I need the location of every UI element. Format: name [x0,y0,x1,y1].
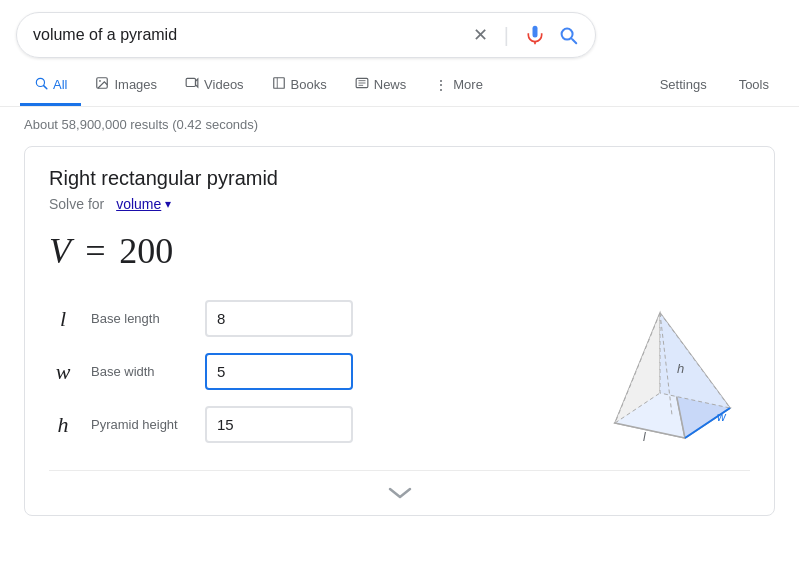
calc-inputs-area: l Base length w Base width h Pyramid hei… [49,300,750,450]
pyramid-height-label: Pyramid height [91,417,191,432]
chevron-down-icon [386,485,414,501]
base-width-label: Base width [91,364,191,379]
solve-for-variable[interactable]: volume [116,196,161,212]
settings-label: Settings [660,77,707,92]
base-length-label: Base length [91,311,191,326]
search-container: ✕ | [0,0,799,58]
base-length-symbol: l [49,306,77,332]
clear-icon[interactable]: ✕ [473,24,488,46]
tab-books-label: Books [291,77,327,92]
tab-more[interactable]: ⋮ More [420,67,497,106]
solve-for-prefix: Solve for [49,196,104,212]
news-icon [355,76,369,93]
tab-videos[interactable]: Videos [171,66,258,106]
formula-equals: = [83,230,107,272]
more-icon: ⋮ [434,77,448,93]
tab-news-label: News [374,77,407,92]
svg-text:h: h [677,361,684,376]
calc-inputs: l Base length w Base width h Pyramid hei… [49,300,530,443]
calc-title: Right rectangular pyramid [49,167,750,190]
tab-more-label: More [453,77,483,92]
settings-tools-group: Settings Tools [646,67,799,105]
solve-for: Solve for volume ▾ [49,196,750,212]
pyramid-height-row: h Pyramid height [49,406,530,443]
search-input[interactable] [33,26,473,44]
settings-link[interactable]: Settings [646,67,721,105]
tab-news[interactable]: News [341,66,421,106]
books-icon [272,76,286,93]
pyramid-svg: h l w [555,293,745,448]
tab-all-label: All [53,77,67,92]
tab-videos-label: Videos [204,77,244,92]
tab-images[interactable]: Images [81,66,171,106]
images-icon [95,76,109,93]
svg-text:l: l [643,430,646,444]
show-more-chevron[interactable] [49,470,750,515]
all-icon [34,76,48,93]
voice-icon[interactable] [525,23,545,47]
svg-marker-5 [196,79,198,87]
tab-all[interactable]: All [20,66,81,106]
base-length-row: l Base length [49,300,530,337]
calculator-card: Right rectangular pyramid Solve for volu… [24,146,775,516]
base-width-symbol: w [49,359,77,385]
svg-line-1 [44,86,47,89]
pyramid-illustration: h l w [550,290,750,450]
formula-value: 200 [119,230,173,272]
tools-label: Tools [739,77,769,92]
base-width-input[interactable] [205,353,353,390]
results-count: About 58,900,000 results (0.42 seconds) [0,107,799,142]
base-length-input[interactable] [205,300,353,337]
tab-images-label: Images [114,77,157,92]
solve-for-dropdown-icon[interactable]: ▾ [165,197,171,211]
pyramid-height-symbol: h [49,412,77,438]
svg-marker-16 [660,313,730,408]
svg-rect-6 [273,78,284,89]
tab-books[interactable]: Books [258,66,341,106]
formula-result: V = 200 [49,230,750,272]
svg-point-3 [100,80,102,82]
tools-link[interactable]: Tools [725,67,783,105]
search-bar: ✕ | [16,12,596,58]
search-submit-icon[interactable] [557,24,579,46]
videos-icon [185,76,199,93]
formula-variable: V [49,230,71,272]
pyramid-height-input[interactable] [205,406,353,443]
search-icons: ✕ | [473,23,579,47]
svg-rect-4 [186,78,195,86]
nav-tabs: All Images Videos Books News ⋮ More Sett… [0,66,799,107]
base-width-row: w Base width [49,353,530,390]
